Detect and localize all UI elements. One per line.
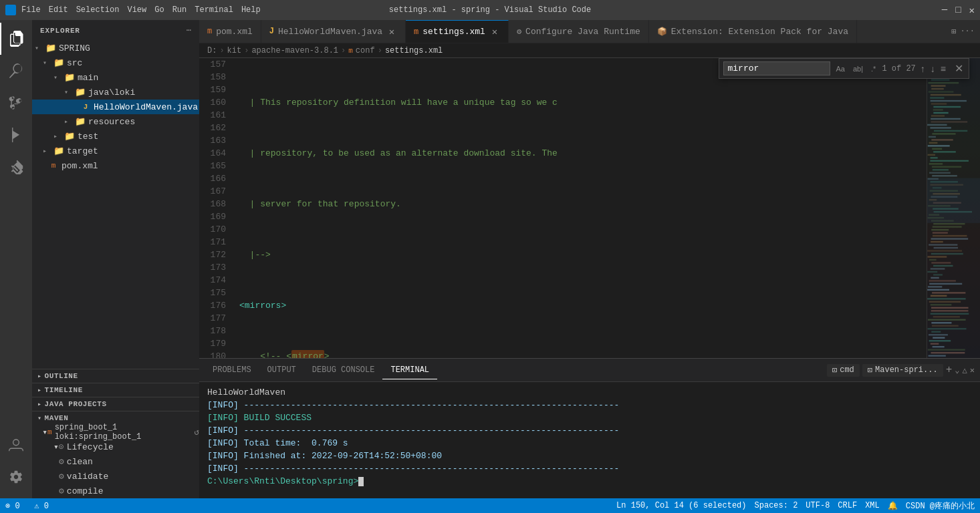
terminal-line-3: [INFO] BUILD SUCCESS xyxy=(207,411,972,424)
maven-validate[interactable]: ⚙ validate xyxy=(32,469,199,484)
activity-bar xyxy=(0,20,32,498)
refresh-maven-icon[interactable]: ↺ xyxy=(194,427,199,438)
code-content[interactable]: | This repository definition will have a… xyxy=(231,58,927,358)
find-input[interactable] xyxy=(723,61,830,75)
whole-word-button[interactable]: ab| xyxy=(850,63,866,74)
tab-settings-xml[interactable]: m settings.xml ✕ xyxy=(406,20,509,43)
tab-pom-xml[interactable]: m pom.xml xyxy=(199,20,261,43)
breadcrumb-maven[interactable]: apache-maven-3.8.1 xyxy=(251,46,338,55)
find-widget: Aa ab| .* 1 of 27 ↑ ↓ ≡ ✕ xyxy=(719,58,970,79)
maximize-button[interactable]: □ xyxy=(955,5,961,16)
sidebar: EXPLORER ⋯ ▾ 📁 SPRING ▾ 📁 src xyxy=(32,20,199,498)
menu-file[interactable]: File xyxy=(21,5,41,15)
terminal-content[interactable]: HelloWorldMaven [INFO] -----------------… xyxy=(199,382,980,498)
tab-output[interactable]: OUTPUT xyxy=(259,361,304,379)
status-errors[interactable]: ⊗ 0 ⚠ 0 xyxy=(5,501,49,511)
tab-helloworldmaven[interactable]: J HelloWorldMaven.java ✕ xyxy=(261,20,406,43)
find-next-button[interactable]: ↓ xyxy=(929,63,937,74)
breadcrumb-settings-xml[interactable]: settings.xml xyxy=(385,46,443,55)
maven-compile[interactable]: ⚙ compile xyxy=(32,484,199,498)
tab-terminal[interactable]: TERMINAL xyxy=(382,361,437,379)
status-encoding[interactable]: UTF-8 xyxy=(806,501,830,510)
menu-terminal[interactable]: Terminal xyxy=(195,5,233,15)
sidebar-header: EXPLORER ⋯ xyxy=(32,20,199,41)
find-prev-button[interactable]: ↑ xyxy=(918,63,927,74)
maven-project[interactable]: ▾ m spring_boot_1 loki:spring_boot_1 ↺ xyxy=(32,425,199,440)
split-editor-icon[interactable]: ⊞ xyxy=(951,27,956,37)
panel-java-projects[interactable]: ▸ JAVA PROJECTS xyxy=(32,397,199,411)
terminal-line-4: [INFO] ---------------------------------… xyxy=(207,424,972,437)
breadcrumb-conf[interactable]: conf xyxy=(356,46,375,55)
breadcrumb-kit[interactable]: kit xyxy=(227,46,242,55)
menu-help[interactable]: Help xyxy=(241,5,261,15)
title-bar: File Edit Selection View Go Run Terminal… xyxy=(0,0,980,20)
menu-go[interactable]: Go xyxy=(154,5,164,15)
regex-button[interactable]: .* xyxy=(868,63,879,74)
activity-extensions[interactable] xyxy=(0,151,32,183)
terminal-maximize-button[interactable]: △ xyxy=(963,365,967,375)
find-list-button[interactable]: ≡ xyxy=(939,63,948,74)
activity-bottom xyxy=(0,429,32,498)
tree-item-spring[interactable]: ▾ 📁 SPRING xyxy=(32,41,199,55)
tree-item-pom[interactable]: m pom.xml xyxy=(32,158,199,173)
close-helloworldmaven-button[interactable]: ✕ xyxy=(386,26,397,37)
close-button[interactable]: ✕ xyxy=(969,5,975,16)
tree-item-src[interactable]: ▾ 📁 src xyxy=(32,55,199,70)
menu-edit[interactable]: Edit xyxy=(49,5,68,15)
find-close-button[interactable]: ✕ xyxy=(953,62,965,75)
activity-run[interactable] xyxy=(0,119,32,151)
activity-search[interactable] xyxy=(0,55,32,87)
new-file-icon[interactable]: ⋯ xyxy=(187,25,191,35)
breadcrumb-d[interactable]: D: xyxy=(207,46,217,55)
menu-view[interactable]: View xyxy=(127,5,146,15)
terminal-more-button[interactable]: ⌄ xyxy=(955,365,959,375)
close-settings-xml-button[interactable]: ✕ xyxy=(489,27,500,37)
code-line-161: <mirrors> xyxy=(239,299,927,312)
find-count: 1 of 27 xyxy=(882,64,915,73)
terminal-cmd-panel[interactable]: ⊡ cmd xyxy=(827,364,860,377)
sidebar-bottom-panels: ▸ OUTLINE ▸ TIMELINE ▸ JAVA PROJECTS ▾ M… xyxy=(32,369,199,498)
terminal-line-1: HelloWorldMaven xyxy=(207,386,972,399)
code-editor[interactable]: 157 158 159 160 161 162 163 164 165 166 … xyxy=(199,58,927,358)
code-line-157: | This repository definition will have a… xyxy=(239,96,927,109)
tab-debug-console[interactable]: DEBUG CONSOLE xyxy=(304,361,383,379)
terminal-panel: PROBLEMS OUTPUT DEBUG CONSOLE TERMINAL ⊡… xyxy=(199,358,980,498)
menu-run[interactable]: Run xyxy=(172,5,187,15)
code-line-158: | repository, to be used as an alternate… xyxy=(239,147,927,160)
tab-problems[interactable]: PROBLEMS xyxy=(205,361,259,379)
menu-selection[interactable]: Selection xyxy=(76,5,120,15)
panel-timeline[interactable]: ▸ TIMELINE xyxy=(32,383,199,397)
tree-item-helloworldmaven[interactable]: J HelloWorldMaven.java xyxy=(32,100,199,114)
file-tree: ▾ 📁 SPRING ▾ 📁 src ▾ 📁 main ▾ xyxy=(32,41,199,369)
status-bar: ⊗ 0 ⚠ 0 Ln 150, Col 14 (6 selected) Spac… xyxy=(0,498,980,513)
more-actions-icon[interactable]: ··· xyxy=(960,27,975,36)
status-notification[interactable]: 🔔 xyxy=(888,501,898,511)
maven-clean[interactable]: ⚙ clean xyxy=(32,454,199,469)
activity-source-control[interactable] xyxy=(0,87,32,119)
activity-account[interactable] xyxy=(0,429,32,461)
tree-item-resources[interactable]: ▸ 📁 resources xyxy=(32,114,199,129)
status-ln-col[interactable]: Ln 150, Col 14 (6 selected) xyxy=(616,501,746,510)
tree-item-main[interactable]: ▾ 📁 main xyxy=(32,70,199,85)
tree-item-target[interactable]: ▸ 📁 target xyxy=(32,144,199,158)
tree-item-java-loki[interactable]: ▾ 📁 java\loki xyxy=(32,85,199,100)
maven-lifecycle[interactable]: ▾ ⊙ Lifecycle xyxy=(32,440,199,454)
activity-explorer[interactable] xyxy=(0,23,32,55)
editor-area: m pom.xml J HelloWorldMaven.java ✕ m set… xyxy=(199,20,980,498)
terminal-add-button[interactable]: + xyxy=(946,364,953,376)
terminal-close-button[interactable]: ✕ xyxy=(970,365,975,375)
tree-item-test[interactable]: ▸ 📁 test xyxy=(32,129,199,144)
terminal-maven-panel[interactable]: ⊡ Maven-spri... xyxy=(862,364,943,377)
tab-extension-pack[interactable]: 📦 Extension: Extension Pack for Java xyxy=(649,20,857,43)
status-eol[interactable]: CRLF xyxy=(838,501,857,510)
terminal-right-actions: ⊡ cmd ⊡ Maven-spri... + ⌄ △ ✕ xyxy=(827,364,975,377)
status-spaces[interactable]: Spaces: 2 xyxy=(755,501,798,510)
java-file-icon: J xyxy=(269,27,274,36)
activity-settings[interactable] xyxy=(0,461,32,493)
panel-outline[interactable]: ▸ OUTLINE xyxy=(32,369,199,383)
minimize-button[interactable]: ─ xyxy=(942,5,947,16)
pom-xml-icon: m xyxy=(207,27,212,36)
status-language[interactable]: XML xyxy=(865,501,880,510)
match-case-button[interactable]: Aa xyxy=(833,63,848,74)
tab-configure-java[interactable]: ⚙ Configure Java Runtime xyxy=(509,20,649,43)
